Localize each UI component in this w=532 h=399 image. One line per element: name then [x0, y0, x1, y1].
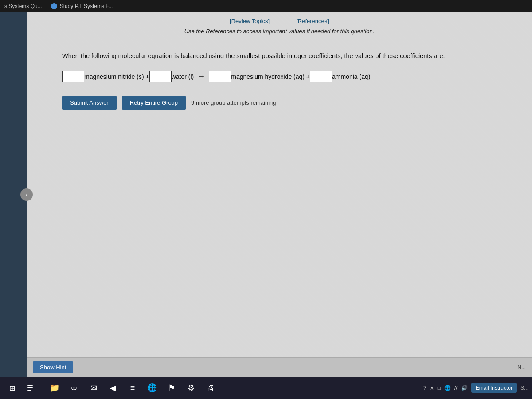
lines-button[interactable]: ≡	[124, 379, 141, 396]
compound3-label: magnesium hydroxide (aq) +	[231, 73, 310, 80]
email-instructor-button[interactable]: Email Instructor	[471, 383, 517, 393]
retry-entire-group-button[interactable]: Retry Entire Group	[122, 96, 186, 110]
settings-button[interactable]: ⚙	[182, 379, 200, 396]
compound2-label: water (l)	[172, 73, 194, 80]
tab2-label: Study P.T Systems F...	[60, 3, 113, 9]
search-button[interactable]	[22, 379, 40, 396]
print-button[interactable]: 🖨	[202, 379, 219, 396]
taskbar-right: ? ∧ □ 🌐 // 🔊 Email Instructor S...	[423, 383, 528, 393]
windows-taskbar: ⊞ 📁 ∞ ✉ ◀ ≡ 🌐 ⚑ ⚙ 🖨 ? ∧ □ 🌐 // 🔊 Email I…	[0, 377, 532, 399]
tab2[interactable]: Study P.T Systems F...	[51, 3, 113, 9]
sidebar-toggle[interactable]: ‹	[20, 188, 33, 201]
equation-row: magnesium nitride (s) + water (l) → magn…	[62, 71, 505, 82]
buttons-row: Submit Answer Retry Entire Group 9 more …	[62, 96, 505, 110]
coeff4-input[interactable]	[310, 71, 332, 82]
circle-icon	[51, 3, 57, 9]
arrow-button[interactable]: ◀	[104, 379, 122, 396]
attempts-text: 9 more group attempts remaining	[191, 99, 276, 106]
network-icon[interactable]: 🌐	[444, 385, 451, 391]
browser-button[interactable]: 🌐	[143, 379, 161, 396]
compound4-label: ammonia (aq)	[332, 73, 370, 80]
arrow-sign: →	[197, 72, 205, 81]
question-area: When the following molecular equation is…	[27, 43, 532, 127]
wifi-icon: //	[454, 385, 458, 391]
compound1-label: magnesium nitride (s) +	[84, 73, 149, 80]
references-link[interactable]: [References]	[296, 18, 329, 24]
show-hint-button[interactable]: Show Hint	[33, 361, 73, 373]
bottom-bar: Show Hint N...	[27, 357, 532, 377]
start-button[interactable]: ⊞	[4, 379, 20, 396]
coeff3-input[interactable]	[209, 71, 231, 82]
tab1[interactable]: s Systems Qu...	[4, 3, 42, 9]
top-links-bar: [Review Topics] [References]	[27, 12, 532, 28]
question-icon[interactable]: ?	[423, 385, 426, 391]
svg-rect-2	[27, 390, 31, 391]
notification-icon[interactable]: □	[438, 385, 441, 391]
top-taskbar: s Systems Qu... Study P.T Systems F...	[0, 0, 532, 12]
volume-icon[interactable]: 🔊	[461, 385, 468, 391]
flag-button[interactable]: ⚑	[163, 379, 180, 396]
svg-rect-0	[27, 385, 33, 386]
review-topics-link[interactable]: [Review Topics]	[230, 18, 270, 24]
main-area: ‹ [Review Topics] [References] Use the R…	[0, 12, 532, 377]
tab1-label: s Systems Qu...	[4, 3, 42, 9]
coeff1-input[interactable]	[62, 71, 84, 82]
mail-button[interactable]: ✉	[85, 379, 102, 396]
sidebar: ‹	[0, 12, 27, 377]
submit-answer-button[interactable]: Submit Answer	[62, 96, 117, 110]
infinity-button[interactable]: ∞	[65, 379, 83, 396]
question-text: When the following molecular equation is…	[62, 51, 505, 61]
reference-note: Use the References to access important v…	[27, 28, 532, 35]
coeff2-input[interactable]	[149, 71, 172, 82]
next-label: N...	[517, 364, 526, 371]
svg-rect-1	[27, 387, 33, 388]
file-explorer-button[interactable]: 📁	[46, 379, 63, 396]
separator1	[43, 382, 43, 394]
chevron-up-icon[interactable]: ∧	[430, 385, 434, 391]
content-panel: [Review Topics] [References] Use the Ref…	[27, 12, 532, 377]
s-label: S...	[520, 385, 528, 391]
